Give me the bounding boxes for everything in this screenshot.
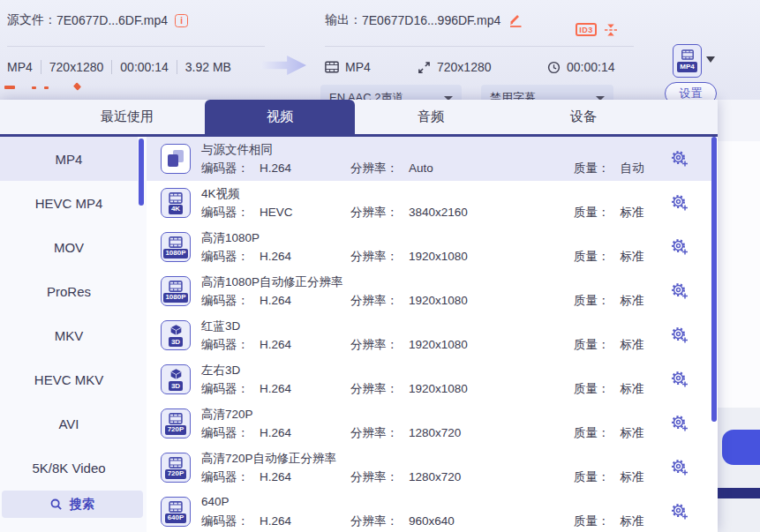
format-row[interactable]: 3D 红蓝3D 编码器：H.264 分辨率：1920x1080 质量：标准	[147, 313, 712, 357]
edit-pencil-icon[interactable]	[508, 13, 523, 27]
resolution-value: 1920x1080	[409, 250, 468, 263]
gear-plus-icon[interactable]	[670, 370, 689, 389]
gear-plus-icon[interactable]	[670, 149, 689, 169]
quality-label: 质量：	[574, 250, 610, 263]
format-row[interactable]: 640P 640P 编码器：H.264 分辨率：960x640 质量：标准	[147, 490, 712, 532]
clipped-text-fragment	[73, 82, 81, 90]
sidebar-item-5k-8k-video[interactable]: 5K/8K Video	[0, 446, 138, 490]
encoder-field: 编码器：H.264	[201, 249, 291, 265]
info-icon[interactable]: i	[175, 14, 188, 27]
quality-field: 质量：标准	[574, 513, 644, 529]
encoder-label: 编码器：	[201, 470, 249, 483]
search-label: 搜索	[70, 497, 94, 513]
encoder-label: 编码器：	[201, 250, 249, 263]
search-button[interactable]: 搜索	[2, 491, 143, 518]
quality-field: 质量：标准	[574, 425, 644, 441]
sidebar-item-hevc-mp4[interactable]: HEVC MP4	[0, 181, 138, 225]
film-glyph	[169, 413, 183, 424]
source-resolution: 720x1280	[41, 60, 104, 74]
format-badge: 640P	[165, 513, 186, 523]
sidebar-item-mov[interactable]: MOV	[0, 225, 138, 269]
list-scrollbar[interactable]	[711, 137, 717, 422]
source-to-output-arrow-icon	[260, 54, 306, 77]
sidebar-item-label: AVI	[58, 416, 79, 431]
sidebar-item-mp4[interactable]: MP4	[0, 137, 138, 181]
format-badge: 720P	[165, 469, 186, 479]
sidebar-item-hevc-mkv[interactable]: HEVC MKV	[0, 357, 138, 401]
cube-glyph	[169, 324, 183, 336]
quality-field: 质量：标准	[574, 381, 644, 397]
resolution-value: 3840x2160	[409, 206, 468, 219]
format-row[interactable]: 720P 高清720P 编码器：H.264 分辨率：1280x720 质量：标准	[147, 401, 712, 446]
resolution-value: Auto	[409, 161, 433, 175]
format-dropdown-caret[interactable]	[706, 56, 715, 63]
tab-recent[interactable]: 最近使用	[52, 100, 202, 134]
id3-tag-icon[interactable]: ID3	[576, 23, 597, 36]
format-row[interactable]: 720P 高清720P自动修正分辨率 编码器：H.264 分辨率：1280x72…	[147, 446, 712, 490]
encoder-value: H.264	[260, 470, 291, 483]
encoder-field: 编码器：H.264	[201, 337, 291, 353]
output-duration: 00:00:14	[567, 60, 615, 74]
format-badge: 1080P	[163, 293, 188, 303]
sidebar-item-avi[interactable]: AVI	[0, 401, 138, 446]
gear-plus-icon[interactable]	[670, 502, 689, 521]
encoder-label: 编码器：	[201, 514, 249, 528]
sidebar-item-label: MP4	[56, 152, 83, 167]
encoder-value: H.264	[260, 382, 291, 395]
tab-video[interactable]: 视频	[205, 100, 355, 134]
tab-audio[interactable]: 音频	[356, 100, 506, 134]
film-icon: 4K	[161, 188, 191, 218]
output-filename: 7E0677D16...996DF.mp4	[362, 13, 500, 27]
format-row[interactable]: 4K 4K视频 编码器：HEVC 分辨率：3840x2160 质量：标准	[147, 181, 712, 225]
resolution-field: 分辨率：3840x2160	[350, 205, 468, 221]
target-format-button[interactable]: MP4	[673, 44, 702, 78]
gear-plus-icon[interactable]	[670, 414, 689, 433]
resolution-label: 分辨率：	[350, 294, 398, 307]
format-list: 与源文件相同 编码器：H.264 分辨率：Auto 质量：自动	[147, 137, 718, 532]
resolution-field: 分辨率：1920x1080	[350, 293, 468, 309]
app-window: 源文件：7E0677D...6DF.mp4 i MP4720x128000:00…	[0, 0, 760, 532]
sidebar-item-label: HEVC MKV	[34, 372, 103, 387]
source-format: MP4	[7, 60, 33, 74]
sidebar-item-label: 5K/8K Video	[32, 461, 105, 476]
film-glyph	[169, 457, 183, 468]
quality-value: 标准	[621, 250, 644, 263]
quality-label: 质量：	[574, 426, 610, 439]
encoder-field: 编码器：H.264	[201, 381, 291, 397]
encoder-label: 编码器：	[201, 338, 249, 351]
resolution-label: 分辨率：	[350, 250, 398, 263]
resolution-field: 分辨率：1920x1080	[350, 381, 468, 397]
background	[718, 100, 760, 141]
gear-plus-icon[interactable]	[670, 281, 689, 301]
resolution-label: 分辨率：	[350, 338, 398, 351]
sidebar-scrollbar[interactable]	[139, 139, 144, 206]
format-row[interactable]: 与源文件相同 编码器：H.264 分辨率：Auto 质量：自动	[147, 137, 712, 181]
format-title: 与源文件相同	[201, 142, 273, 158]
format-row[interactable]: 1080P 高清1080P 编码器：H.264 分辨率：1920x1080 质量…	[147, 225, 712, 269]
gear-plus-icon[interactable]	[670, 193, 689, 213]
resolution-value: 960x640	[409, 514, 455, 528]
source-file-title: 源文件：7E0677D...6DF.mp4 i	[7, 12, 188, 28]
gear-plus-icon[interactable]	[670, 326, 689, 345]
gear-plus-icon[interactable]	[670, 237, 689, 257]
format-row[interactable]: 3D 左右3D 编码器：H.264 分辨率：1920x1080 质量：标准	[147, 357, 712, 401]
sidebar-item-mkv[interactable]: MKV	[0, 313, 138, 357]
tab-device[interactable]: 设备	[508, 100, 658, 134]
clipped-text-fragment	[32, 86, 36, 89]
quality-value: 标准	[621, 426, 644, 439]
source-label: 源文件：	[7, 12, 56, 28]
cube-icon: 3D	[161, 320, 191, 350]
film-glyph	[169, 501, 183, 513]
quality-label: 质量：	[574, 338, 610, 351]
film-icon	[681, 49, 694, 60]
gear-plus-icon[interactable]	[670, 458, 689, 477]
sidebar-item-prores[interactable]: ProRes	[0, 269, 138, 313]
quality-field: 质量：标准	[574, 469, 644, 485]
clipped-text-fragment	[4, 86, 15, 89]
resolution-field: 分辨率：Auto	[350, 161, 433, 176]
resolution-field: 分辨率：1920x1080	[350, 249, 468, 265]
front-square	[168, 154, 178, 167]
merge-split-icon[interactable]	[604, 23, 618, 37]
run-button[interactable]	[722, 430, 760, 465]
format-row[interactable]: 1080P 高清1080P自动修正分辨率 编码器：H.264 分辨率：1920x…	[147, 269, 712, 313]
